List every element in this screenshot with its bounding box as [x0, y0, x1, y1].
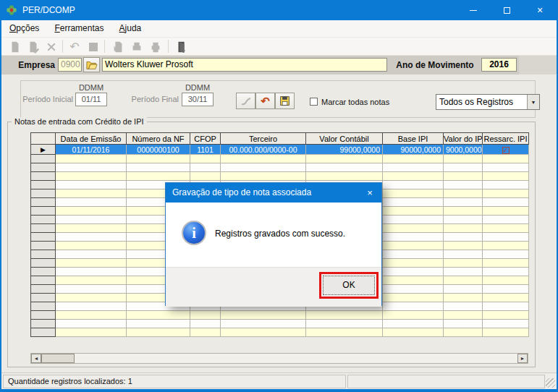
col-numero-nf[interactable]: Número da NF — [127, 133, 190, 145]
col-base-ipi[interactable]: Base IPI — [383, 133, 444, 145]
col-valor-contabil[interactable]: Valor Contábil — [306, 133, 383, 145]
grid-cell[interactable] — [483, 242, 529, 250]
menu-ajuda[interactable]: Ajuda — [114, 20, 147, 37]
grid-cell[interactable] — [444, 259, 483, 268]
grid-cell[interactable] — [221, 328, 306, 337]
grid-cell[interactable] — [483, 328, 529, 337]
ok-button[interactable]: OK — [323, 276, 375, 295]
minimize-button[interactable] — [457, 0, 490, 20]
grid-cell[interactable] — [56, 198, 127, 207]
preview-button[interactable] — [110, 39, 126, 54]
empresa-name-field[interactable]: Wolters Kluwer Prosoft — [102, 58, 387, 72]
grid-cell[interactable] — [383, 285, 444, 294]
ressarc-checked-icon[interactable]: ✓ — [502, 147, 510, 154]
grid-cell[interactable] — [221, 163, 306, 172]
grid-cell[interactable] — [190, 172, 221, 181]
grid-cell[interactable] — [306, 311, 383, 320]
grid-cell[interactable] — [383, 328, 444, 337]
grid-cell[interactable] — [190, 155, 221, 163]
grid-cell[interactable] — [444, 163, 483, 172]
menu-ferramentas[interactable]: Ferramentas — [49, 20, 109, 37]
empresa-code-field[interactable]: 0900 — [58, 58, 82, 72]
grid-cell[interactable] — [383, 224, 444, 233]
grid-cell[interactable] — [483, 155, 529, 163]
maximize-button[interactable] — [490, 0, 523, 20]
grid-cell[interactable] — [383, 276, 444, 285]
grid-cell[interactable] — [444, 276, 483, 285]
grid-cell[interactable] — [56, 189, 127, 198]
ano-movimento-value[interactable]: 2016 — [481, 58, 517, 72]
grid-cell[interactable] — [306, 320, 383, 328]
grid-cell[interactable] — [483, 172, 529, 181]
col-data-emissao[interactable]: Data de Emissão — [56, 133, 127, 145]
cell-valor-contabil[interactable]: 99000,0000 — [306, 145, 383, 155]
col-ressarc-ipi[interactable]: Ressarc. IPI — [483, 133, 529, 145]
grid-cell[interactable] — [221, 172, 306, 181]
col-valor-ipi[interactable]: Valor do IPI — [444, 133, 483, 145]
grid-cell[interactable] — [56, 294, 127, 302]
grid-cell[interactable] — [56, 250, 127, 259]
grid-cell[interactable] — [383, 181, 444, 189]
grid-cell[interactable] — [483, 207, 529, 216]
grid-cell[interactable] — [483, 302, 529, 311]
stop-button[interactable] — [85, 39, 101, 54]
scroll-right-button[interactable]: ► — [517, 354, 528, 363]
grid-cell[interactable] — [483, 198, 529, 207]
grid-cell[interactable] — [127, 163, 190, 172]
grid-cell[interactable] — [56, 302, 127, 311]
grid-cell[interactable] — [190, 328, 221, 337]
grid-cell[interactable] — [56, 242, 127, 250]
cell-ressarc-ipi[interactable]: ✓ — [483, 145, 529, 155]
grid-cell[interactable] — [483, 224, 529, 233]
grid-cell[interactable] — [383, 250, 444, 259]
grid-cell[interactable] — [444, 250, 483, 259]
grid-cell[interactable] — [383, 294, 444, 302]
cell-terceiro[interactable]: 00.000.000/0000-00 — [221, 145, 306, 155]
grid-cell[interactable] — [56, 320, 127, 328]
grid-cell[interactable] — [483, 320, 529, 328]
cell-base-ipi[interactable]: 90000,0000 — [383, 145, 444, 155]
grid-cell[interactable] — [383, 198, 444, 207]
marcar-todas-checkbox[interactable] — [310, 98, 318, 106]
grid-cell[interactable] — [56, 259, 127, 268]
grid-cell[interactable] — [383, 233, 444, 242]
undo-changes-button[interactable]: ↶ — [255, 93, 275, 109]
grid-cell[interactable] — [56, 172, 127, 181]
grid-cell[interactable] — [306, 172, 383, 181]
table-row-empty[interactable] — [31, 172, 529, 181]
grid-cell[interactable] — [221, 155, 306, 163]
grid-cell[interactable] — [306, 155, 383, 163]
grid-cell[interactable] — [56, 328, 127, 337]
grid-cell[interactable] — [127, 320, 190, 328]
grid-cell[interactable] — [56, 285, 127, 294]
grid-cell[interactable] — [444, 207, 483, 216]
grid-cell[interactable] — [56, 181, 127, 189]
grid-cell[interactable] — [483, 181, 529, 189]
grid-cell[interactable] — [190, 320, 221, 328]
grid-hscrollbar[interactable]: ◄ ► — [30, 353, 528, 364]
grid-cell[interactable] — [444, 242, 483, 250]
grid-cell[interactable] — [127, 311, 190, 320]
grid-cell[interactable] — [444, 311, 483, 320]
print-setup-button[interactable] — [148, 39, 164, 54]
registros-dropdown[interactable]: Todos os Registros ▼ — [436, 94, 540, 110]
table-row-empty[interactable] — [31, 155, 529, 163]
cell-cfop[interactable]: 1101 — [190, 145, 221, 155]
grid-cell[interactable] — [383, 242, 444, 250]
grid-cell[interactable] — [483, 259, 529, 268]
grid-cell[interactable] — [483, 250, 529, 259]
exit-button[interactable] — [174, 39, 190, 54]
grid-cell[interactable] — [483, 233, 529, 242]
table-row-empty[interactable] — [31, 311, 529, 320]
grid-cell[interactable] — [483, 276, 529, 285]
grid-cell[interactable] — [56, 155, 127, 163]
grid-cell[interactable] — [444, 198, 483, 207]
dialog-close-button[interactable]: × — [358, 183, 381, 203]
save-button[interactable] — [275, 93, 295, 109]
grid-cell[interactable] — [127, 155, 190, 163]
table-row-empty[interactable] — [31, 163, 529, 172]
grid-cell[interactable] — [56, 163, 127, 172]
grid-cell[interactable] — [383, 302, 444, 311]
grid-cell[interactable] — [444, 320, 483, 328]
grid-cell[interactable] — [383, 216, 444, 224]
